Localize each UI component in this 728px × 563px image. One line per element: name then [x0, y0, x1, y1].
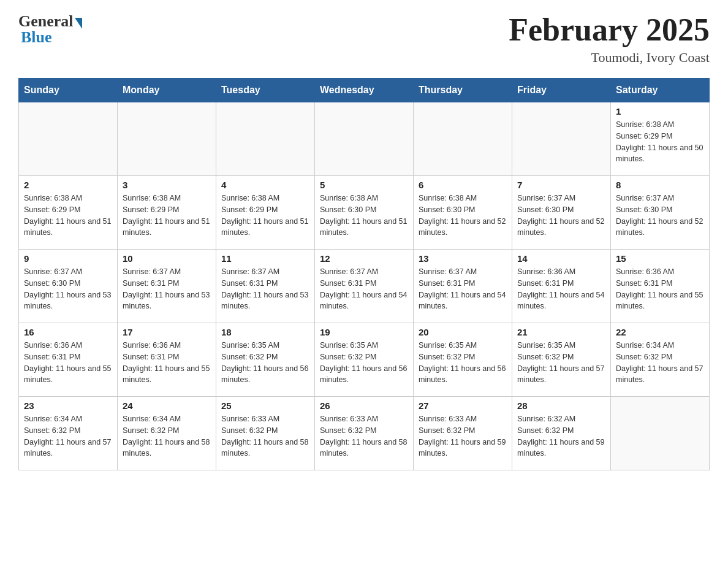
day-info: Sunrise: 6:37 AMSunset: 6:30 PMDaylight:…	[517, 193, 605, 239]
calendar-cell: 11Sunrise: 6:37 AMSunset: 6:31 PMDayligh…	[216, 250, 315, 323]
day-number: 15	[616, 253, 704, 264]
day-info: Sunrise: 6:38 AMSunset: 6:30 PMDaylight:…	[419, 193, 507, 239]
calendar-week-row: 16Sunrise: 6:36 AMSunset: 6:31 PMDayligh…	[19, 323, 710, 397]
calendar-week-row: 1Sunrise: 6:38 AMSunset: 6:29 PMDaylight…	[19, 102, 710, 176]
calendar-cell: 14Sunrise: 6:36 AMSunset: 6:31 PMDayligh…	[512, 250, 611, 323]
day-info: Sunrise: 6:37 AMSunset: 6:31 PMDaylight:…	[221, 266, 309, 312]
calendar-cell: 17Sunrise: 6:36 AMSunset: 6:31 PMDayligh…	[118, 323, 216, 397]
calendar-week-row: 2Sunrise: 6:38 AMSunset: 6:29 PMDaylight…	[19, 176, 710, 250]
day-info: Sunrise: 6:33 AMSunset: 6:32 PMDaylight:…	[419, 413, 507, 459]
day-info: Sunrise: 6:34 AMSunset: 6:32 PMDaylight:…	[24, 413, 112, 459]
day-number: 18	[221, 327, 309, 337]
day-header-saturday: Saturday	[611, 79, 710, 102]
day-number: 19	[320, 327, 408, 337]
calendar-cell: 19Sunrise: 6:35 AMSunset: 6:32 PMDayligh…	[315, 323, 414, 397]
calendar-cell	[315, 102, 414, 176]
calendar-cell: 10Sunrise: 6:37 AMSunset: 6:31 PMDayligh…	[118, 250, 216, 323]
day-info: Sunrise: 6:38 AMSunset: 6:29 PMDaylight:…	[24, 193, 112, 239]
day-info: Sunrise: 6:36 AMSunset: 6:31 PMDaylight:…	[517, 266, 605, 312]
calendar-cell: 24Sunrise: 6:34 AMSunset: 6:32 PMDayligh…	[118, 397, 216, 470]
day-info: Sunrise: 6:37 AMSunset: 6:30 PMDaylight:…	[616, 193, 704, 239]
calendar-cell: 1Sunrise: 6:38 AMSunset: 6:29 PMDaylight…	[611, 102, 710, 176]
logo-arrow-icon	[75, 18, 82, 29]
day-info: Sunrise: 6:35 AMSunset: 6:32 PMDaylight:…	[320, 340, 408, 386]
calendar-cell: 27Sunrise: 6:33 AMSunset: 6:32 PMDayligh…	[414, 397, 512, 470]
calendar-cell: 16Sunrise: 6:36 AMSunset: 6:31 PMDayligh…	[19, 323, 118, 397]
logo-blue-text: Blue	[21, 28, 52, 47]
day-number: 22	[616, 327, 704, 337]
day-number: 4	[221, 180, 309, 190]
calendar-cell	[414, 102, 512, 176]
day-info: Sunrise: 6:38 AMSunset: 6:29 PMDaylight:…	[123, 193, 211, 239]
calendar-cell	[216, 102, 315, 176]
calendar-cell: 6Sunrise: 6:38 AMSunset: 6:30 PMDaylight…	[414, 176, 512, 250]
day-number: 17	[123, 327, 211, 337]
calendar-location: Toumodi, Ivory Coast	[509, 50, 710, 66]
calendar-cell: 26Sunrise: 6:33 AMSunset: 6:32 PMDayligh…	[315, 397, 414, 470]
calendar-cell	[611, 397, 710, 470]
day-info: Sunrise: 6:36 AMSunset: 6:31 PMDaylight:…	[123, 340, 211, 386]
calendar-cell: 23Sunrise: 6:34 AMSunset: 6:32 PMDayligh…	[19, 397, 118, 470]
day-number: 28	[517, 400, 605, 411]
page-header: General Blue February 2025 Toumodi, Ivor…	[18, 12, 710, 66]
calendar-week-row: 9Sunrise: 6:37 AMSunset: 6:30 PMDaylight…	[19, 250, 710, 323]
calendar-cell: 22Sunrise: 6:34 AMSunset: 6:32 PMDayligh…	[611, 323, 710, 397]
day-info: Sunrise: 6:32 AMSunset: 6:32 PMDaylight:…	[517, 413, 605, 459]
day-info: Sunrise: 6:33 AMSunset: 6:32 PMDaylight:…	[320, 413, 408, 459]
calendar-table: SundayMondayTuesdayWednesdayThursdayFrid…	[18, 78, 710, 470]
day-info: Sunrise: 6:35 AMSunset: 6:32 PMDaylight:…	[221, 340, 309, 386]
day-info: Sunrise: 6:34 AMSunset: 6:32 PMDaylight:…	[616, 340, 704, 386]
calendar-cell: 2Sunrise: 6:38 AMSunset: 6:29 PMDaylight…	[19, 176, 118, 250]
day-header-tuesday: Tuesday	[216, 79, 315, 102]
calendar-cell: 13Sunrise: 6:37 AMSunset: 6:31 PMDayligh…	[414, 250, 512, 323]
day-number: 3	[123, 180, 211, 190]
day-number: 6	[419, 180, 507, 190]
calendar-cell	[19, 102, 118, 176]
day-number: 11	[221, 253, 309, 264]
calendar-cell: 28Sunrise: 6:32 AMSunset: 6:32 PMDayligh…	[512, 397, 611, 470]
day-header-sunday: Sunday	[19, 79, 118, 102]
day-number: 16	[24, 327, 112, 337]
day-info: Sunrise: 6:37 AMSunset: 6:31 PMDaylight:…	[419, 266, 507, 312]
calendar-cell: 5Sunrise: 6:38 AMSunset: 6:30 PMDaylight…	[315, 176, 414, 250]
day-number: 7	[517, 180, 605, 190]
day-number: 12	[320, 253, 408, 264]
day-number: 1	[616, 106, 704, 117]
day-info: Sunrise: 6:38 AMSunset: 6:29 PMDaylight:…	[616, 119, 704, 165]
day-info: Sunrise: 6:38 AMSunset: 6:30 PMDaylight:…	[320, 193, 408, 239]
day-info: Sunrise: 6:35 AMSunset: 6:32 PMDaylight:…	[419, 340, 507, 386]
day-number: 20	[419, 327, 507, 337]
day-number: 23	[24, 400, 112, 411]
calendar-cell: 21Sunrise: 6:35 AMSunset: 6:32 PMDayligh…	[512, 323, 611, 397]
day-info: Sunrise: 6:33 AMSunset: 6:32 PMDaylight:…	[221, 413, 309, 459]
day-header-wednesday: Wednesday	[315, 79, 414, 102]
day-number: 25	[221, 400, 309, 411]
calendar-header-row: SundayMondayTuesdayWednesdayThursdayFrid…	[19, 79, 710, 102]
day-header-friday: Friday	[512, 79, 611, 102]
calendar-cell	[512, 102, 611, 176]
calendar-cell: 18Sunrise: 6:35 AMSunset: 6:32 PMDayligh…	[216, 323, 315, 397]
day-info: Sunrise: 6:36 AMSunset: 6:31 PMDaylight:…	[24, 340, 112, 386]
calendar-cell: 8Sunrise: 6:37 AMSunset: 6:30 PMDaylight…	[611, 176, 710, 250]
day-info: Sunrise: 6:38 AMSunset: 6:29 PMDaylight:…	[221, 193, 309, 239]
day-info: Sunrise: 6:37 AMSunset: 6:31 PMDaylight:…	[320, 266, 408, 312]
calendar-cell: 3Sunrise: 6:38 AMSunset: 6:29 PMDaylight…	[118, 176, 216, 250]
calendar-cell: 7Sunrise: 6:37 AMSunset: 6:30 PMDaylight…	[512, 176, 611, 250]
calendar-cell: 15Sunrise: 6:36 AMSunset: 6:31 PMDayligh…	[611, 250, 710, 323]
day-header-monday: Monday	[118, 79, 216, 102]
day-info: Sunrise: 6:35 AMSunset: 6:32 PMDaylight:…	[517, 340, 605, 386]
calendar-title: February 2025	[509, 12, 710, 47]
calendar-cell	[118, 102, 216, 176]
logo: General Blue	[18, 12, 82, 47]
day-number: 9	[24, 253, 112, 264]
day-number: 24	[123, 400, 211, 411]
day-number: 21	[517, 327, 605, 337]
day-header-thursday: Thursday	[414, 79, 512, 102]
calendar-cell: 12Sunrise: 6:37 AMSunset: 6:31 PMDayligh…	[315, 250, 414, 323]
calendar-cell: 9Sunrise: 6:37 AMSunset: 6:30 PMDaylight…	[19, 250, 118, 323]
day-info: Sunrise: 6:37 AMSunset: 6:30 PMDaylight:…	[24, 266, 112, 312]
day-number: 13	[419, 253, 507, 264]
day-number: 5	[320, 180, 408, 190]
day-number: 10	[123, 253, 211, 264]
calendar-cell: 4Sunrise: 6:38 AMSunset: 6:29 PMDaylight…	[216, 176, 315, 250]
